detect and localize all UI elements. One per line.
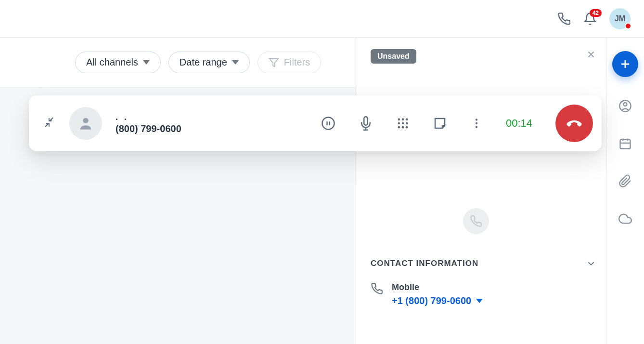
more-vertical-icon — [470, 117, 483, 130]
profile-icon[interactable] — [618, 99, 632, 115]
avatar[interactable]: JM — [609, 8, 631, 29]
svg-point-28 — [476, 126, 477, 128]
right-rail — [606, 38, 644, 344]
hangup-icon — [565, 114, 583, 132]
avatar-initials: JM — [615, 14, 625, 23]
calendar-icon[interactable] — [618, 137, 632, 152]
pause-icon — [321, 116, 335, 131]
left-area: All channels Date range Filters — [0, 38, 356, 344]
svg-rect-7 — [620, 140, 631, 149]
filters-button[interactable]: Filters — [258, 52, 321, 73]
cloud-icon[interactable] — [618, 212, 632, 227]
dialpad-button[interactable] — [396, 117, 410, 130]
svg-point-12 — [322, 118, 334, 130]
caller-number: (800) 799-0600 — [116, 123, 181, 134]
bell-icon[interactable]: 42 — [583, 12, 597, 26]
hold-button[interactable] — [321, 116, 335, 131]
chevron-down-icon — [476, 299, 483, 303]
section-title: CONTACT INFORMATION — [371, 259, 478, 268]
svg-point-27 — [476, 122, 477, 124]
contact-info-section-header[interactable]: CONTACT INFORMATION — [371, 258, 596, 269]
caller-name: . . — [116, 112, 181, 122]
chevron-down-icon — [143, 60, 150, 65]
svg-point-22 — [406, 122, 408, 125]
filters-label: Filters — [284, 57, 310, 68]
mute-button[interactable] — [359, 116, 373, 131]
caller-avatar — [69, 107, 102, 140]
attachment-icon[interactable] — [618, 174, 632, 190]
contact-mobile-row: Mobile +1 (800) 799-0600 — [371, 282, 596, 306]
plus-icon — [618, 57, 632, 71]
microphone-icon — [359, 116, 373, 131]
call-actions: 00:14 — [321, 105, 593, 142]
status-badge: Unsaved — [371, 49, 416, 64]
add-button[interactable] — [612, 51, 638, 77]
status-dot-icon — [625, 23, 631, 29]
date-range-dropdown[interactable]: Date range — [168, 52, 250, 73]
svg-point-20 — [398, 122, 400, 125]
call-timer: 00:14 — [506, 117, 532, 130]
svg-point-24 — [402, 126, 404, 129]
svg-point-11 — [83, 118, 88, 123]
phone-icon[interactable] — [557, 12, 571, 26]
chevron-down-icon — [232, 60, 239, 65]
active-call-bar: . . (800) 799-0600 00:14 — [29, 95, 602, 151]
contact-panel: Unsaved CONTACT INFORMATION Mobile +1 (8… — [356, 38, 606, 344]
more-options-button[interactable] — [470, 117, 483, 130]
svg-point-21 — [402, 122, 404, 125]
svg-point-25 — [406, 126, 408, 129]
hangup-button[interactable] — [555, 105, 593, 142]
notification-badge: 42 — [590, 9, 602, 17]
caller-info: . . (800) 799-0600 — [116, 112, 181, 134]
channels-label: All channels — [86, 57, 138, 68]
date-range-label: Date range — [180, 57, 227, 68]
contact-phone-value: +1 (800) 799-0600 — [392, 295, 471, 306]
chevron-down-icon — [586, 258, 596, 269]
svg-point-19 — [406, 119, 408, 121]
dialpad-icon — [396, 117, 410, 130]
svg-point-6 — [624, 103, 627, 106]
close-icon[interactable] — [586, 49, 596, 62]
notes-button[interactable] — [433, 116, 447, 131]
svg-point-17 — [398, 119, 400, 121]
svg-point-18 — [402, 119, 404, 121]
note-icon — [433, 116, 447, 131]
filter-icon — [269, 57, 279, 68]
svg-marker-0 — [270, 58, 278, 66]
contact-type-label: Mobile — [392, 282, 483, 292]
svg-point-26 — [476, 119, 477, 120]
svg-point-23 — [398, 126, 400, 129]
contact-phone-dropdown[interactable]: +1 (800) 799-0600 — [392, 295, 483, 306]
call-activity-icon — [463, 208, 489, 234]
channels-dropdown[interactable]: All channels — [75, 52, 161, 73]
collapse-icon[interactable] — [42, 116, 56, 131]
app-header: 42 JM — [0, 0, 644, 38]
main-layout: All channels Date range Filters Unsaved … — [0, 38, 644, 344]
phone-icon — [371, 282, 383, 297]
filter-toolbar: All channels Date range Filters — [0, 38, 356, 88]
